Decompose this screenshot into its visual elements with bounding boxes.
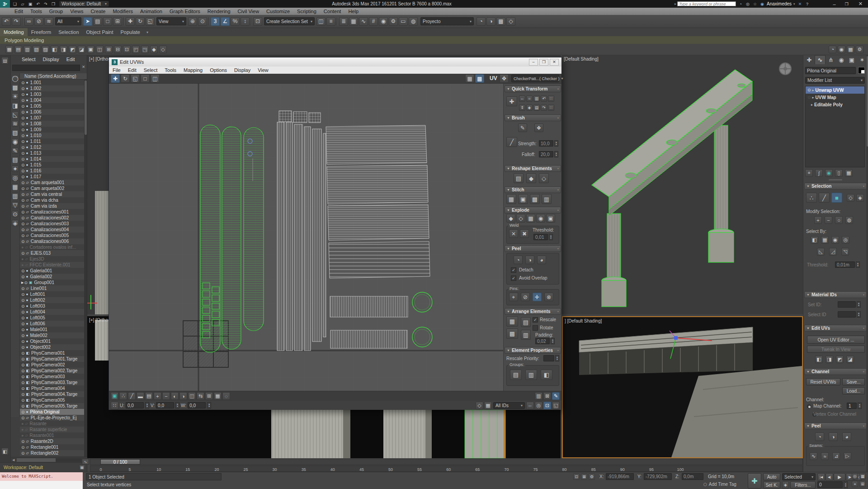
explorer-item-physcamera002[interactable]: ⊙◧PhysCamera002 — [20, 362, 84, 368]
polymod-icon-6[interactable]: ◧ — [51, 46, 58, 53]
uv-snap-icon[interactable]: ⊞ — [205, 392, 213, 400]
configure-modifier-sets-icon[interactable]: ▦ — [845, 169, 853, 177]
utilities-tab-icon[interactable]: ✶ — [857, 56, 867, 64]
viewport-label[interactable]: [Default Shading] — [564, 57, 599, 62]
explorer-item-1-011[interactable]: ⊙●1.011 — [20, 138, 84, 144]
rollout-quick-transform[interactable]: ▼Quick Transform▪ — [505, 85, 561, 92]
open-file-icon[interactable]: ▱ — [19, 1, 26, 7]
create-selection-set-field[interactable]: Create Selection Set▾ — [264, 17, 315, 25]
visibility-eye-icon[interactable]: ⊙ — [21, 175, 25, 179]
search-clear-icon[interactable]: ✕ — [82, 65, 85, 69]
visibility-eye-icon[interactable]: ● — [21, 427, 24, 432]
frame-tick-25[interactable]: 25 — [243, 467, 248, 472]
rollout-explode[interactable]: ▼Explode▪ — [505, 207, 561, 214]
uv-edge-mode-icon[interactable]: ╱ — [819, 193, 830, 203]
polymod-icon-12[interactable]: ⊞ — [105, 46, 113, 53]
explorer-item-cam-arqueta001[interactable]: ⊙▱Cam arqueta001 — [20, 180, 84, 185]
ribbon-render-icon[interactable]: ◔ — [829, 46, 836, 53]
object-name-field[interactable]: Pilona Original — [805, 67, 856, 74]
favorites-icon[interactable]: ☆ — [752, 1, 758, 7]
uv-mirror-sel-icon[interactable]: ◫ — [188, 392, 196, 400]
menu-views[interactable]: Views — [66, 9, 87, 14]
avoid-overlap-checkbox[interactable]: ✓ — [511, 275, 516, 281]
app-logo[interactable]: 3▾ — [0, 0, 10, 8]
explorer-item-galeria001[interactable]: ⊙●Galeria001 — [20, 268, 84, 274]
menu-group[interactable]: Group — [46, 9, 67, 14]
menu-tools[interactable]: Tools — [27, 9, 46, 14]
visibility-eye-icon[interactable]: ⊙ — [21, 322, 25, 326]
explorer-item-loft004[interactable]: ⊙●Loft004 — [20, 309, 84, 315]
explorer-item-1-001[interactable]: ⊙●1.001 — [20, 80, 84, 85]
uv-vertex-mode-icon[interactable]: ∴ — [806, 193, 817, 203]
visibility-eye-icon[interactable]: ⊙ — [21, 310, 25, 314]
uv-grid-icon[interactable]: ▦ — [214, 392, 222, 400]
modifier-uvw-map[interactable]: ⊙▸UVW Map — [806, 94, 864, 101]
save-file-icon[interactable]: ▣ — [27, 1, 33, 7]
uv-falloff2-icon[interactable]: ◑ — [179, 392, 187, 400]
loop-sel-icon[interactable]: ◍ — [845, 216, 853, 224]
visibility-eye-icon[interactable]: ⊙ — [21, 157, 25, 161]
uv-canvas[interactable] — [109, 84, 503, 391]
pin-tool-icon[interactable]: ⌖ — [509, 293, 518, 301]
snap-3d-icon[interactable]: 3 — [211, 17, 220, 26]
zoom-icon[interactable]: ◎ — [852, 473, 858, 480]
frame-tick-80[interactable]: 80 — [562, 467, 567, 472]
explorer-item-physcamera004-targe[interactable]: ⊙◧PhysCamera004.Targe — [20, 391, 84, 397]
axis-y-icon[interactable]: ◿ — [829, 248, 837, 256]
flatten-matid-icon[interactable]: ▦ — [526, 214, 535, 223]
explorer-item-physcamera003[interactable]: ⊙◧PhysCamera003 — [20, 374, 84, 380]
window-crossing-icon[interactable]: ⊞ — [113, 17, 122, 26]
rollout-reshape-elements[interactable]: ▼Reshape Elements▪ — [505, 165, 561, 172]
zoom-all-icon[interactable]: ▦ — [859, 473, 866, 480]
frame-tick-10[interactable]: 10 — [156, 467, 161, 472]
maxscript-mini-listener-white[interactable] — [0, 481, 83, 489]
rollout-peel-cmd[interactable]: ▼Peel▪ — [804, 423, 867, 429]
explorer-item-physcamera005-targe[interactable]: ⊙◧PhysCamera005.Targe — [20, 403, 84, 409]
selection-region-icon[interactable]: ⊡ — [573, 474, 580, 480]
rollout-element-properties[interactable]: ▼Element Properties▪ — [505, 347, 561, 354]
set-key-big-button[interactable]: ✚ — [748, 473, 761, 489]
flatten-smgroup-icon[interactable]: ◇ — [516, 214, 525, 223]
key-filters-button[interactable]: Filters... — [790, 481, 816, 489]
show-map-icon[interactable]: ▦ — [465, 74, 474, 83]
display-groups-icon[interactable]: ▧ — [12, 129, 19, 136]
visibility-eye-icon[interactable]: ⊙ — [21, 169, 25, 173]
go-to-start-button[interactable]: |◀ — [817, 473, 825, 481]
explorer-item-pilona-original[interactable]: ⊙●Pilona Original — [20, 409, 84, 415]
rollout-stitch[interactable]: ▼Stitch▪ — [505, 186, 561, 193]
qt-align-el-icon[interactable]: ◈ — [526, 104, 533, 111]
prev-frame-button[interactable]: ◀| — [826, 473, 833, 481]
uv-face-icon[interactable]: ▬ — [137, 392, 144, 400]
menu-graph-editors[interactable]: Graph Editors — [166, 9, 204, 14]
menu-create[interactable]: Create — [87, 9, 109, 14]
padding-field[interactable]: 0,02 — [535, 338, 550, 344]
checker-map-icon[interactable]: ▩ — [475, 74, 484, 83]
rescale-checkbox[interactable]: ✓ — [533, 317, 538, 323]
explorer-menu-display[interactable]: Display — [39, 57, 63, 62]
visibility-eye-icon[interactable]: ● — [21, 263, 24, 267]
visibility-eye-icon[interactable]: ⊙ — [21, 98, 25, 103]
rotate-checkbox[interactable] — [533, 325, 538, 331]
arrange-grid-icon[interactable]: ▤ — [521, 317, 531, 327]
map-channel-radio[interactable] — [807, 404, 811, 408]
dialog-menu-select[interactable]: Select — [140, 67, 161, 73]
explorer-item-cam-via-izda[interactable]: ⊙▱Cam via izda — [20, 203, 84, 209]
explorer-item-physcamera001[interactable]: ⊙◧PhysCamera001 — [20, 350, 84, 356]
workspace-dropdown[interactable]: Workspace: Default▾ — [59, 1, 109, 7]
menu-help[interactable]: Help — [344, 9, 362, 14]
track-bar-ruler[interactable]: 0510152025303540455055606570758085909510… — [90, 465, 803, 472]
create-tab-icon[interactable]: ✚ — [804, 56, 814, 64]
visibility-eye-icon[interactable]: ⊙ — [21, 328, 25, 332]
reset-uvws-button[interactable]: Reset UVWs — [806, 378, 840, 385]
uv-hide-icon[interactable]: ◌ — [222, 392, 230, 400]
explorer-item-physcamera001-targe[interactable]: ⊙◧PhysCamera001.Targe — [20, 356, 84, 362]
explorer-item-canalizaciones006[interactable]: ⊙▱Canalizaciones006 — [20, 238, 84, 244]
explorer-item-ejes3d[interactable]: ●▱Ejes3D — [20, 256, 84, 262]
explorer-item-canalizaciones003[interactable]: ⊙▱Canalizaciones003 — [20, 221, 84, 227]
modifier-editable-poly[interactable]: ▸Editable Poly — [806, 101, 864, 108]
render-production-icon[interactable]: ◍ — [409, 17, 418, 26]
explorer-item-rasante2d[interactable]: ⊙▱Rasante2D — [20, 438, 84, 444]
x-coord-field[interactable]: -919,866m — [606, 473, 634, 480]
move-icon[interactable]: ✚ — [126, 17, 135, 26]
layer-manager-icon[interactable]: ≣ — [339, 17, 348, 26]
